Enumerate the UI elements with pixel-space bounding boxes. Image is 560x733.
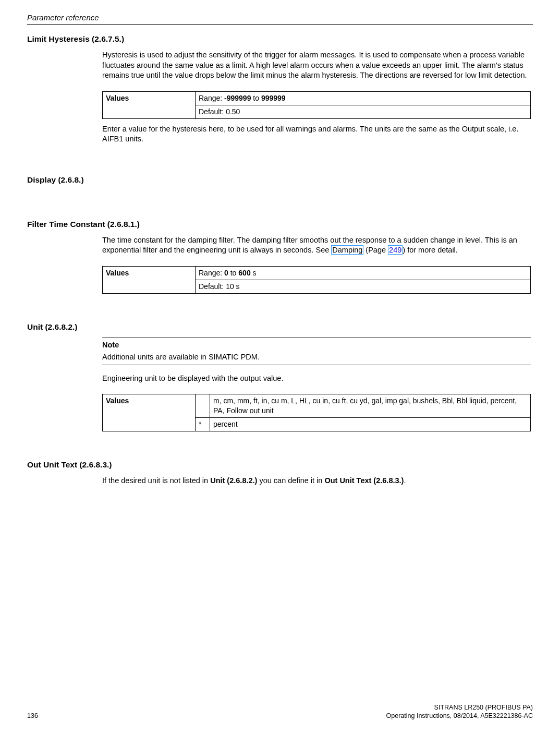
heading-unit: Unit (2.6.8.2.)	[27, 322, 533, 333]
footer-product: SITRANS LR250 (PROFIBUS PA)	[27, 703, 533, 712]
page-footer: SITRANS LR250 (PROFIBUS PA) 136 Operatin…	[27, 703, 533, 720]
cell-range: Range: -999999 to 999999	[196, 91, 531, 105]
cell-label: Values	[103, 394, 196, 431]
para-filter-desc: The time constant for the damping filter…	[102, 235, 531, 256]
note-rule-top	[102, 338, 531, 338]
note-rule-bottom	[102, 365, 531, 365]
heading-limit-hysteresis: Limit Hysteresis (2.6.7.5.)	[27, 34, 533, 45]
table-hysteresis-values: Values Range: -999999 to 999999 Default:…	[102, 91, 531, 119]
cell-blank	[196, 394, 210, 418]
table-filter-values: Values Range: 0 to 600 s Default: 10 s	[102, 266, 531, 294]
running-header: Parameter reference	[27, 13, 533, 23]
note-label: Note	[102, 340, 531, 351]
heading-filter-time-constant: Filter Time Constant (2.6.8.1.)	[27, 219, 533, 230]
cell-range: Range: 0 to 600 s	[196, 266, 531, 280]
para-hysteresis-desc: Hysteresis is used to adjust the sensiti…	[102, 50, 531, 81]
para-unit-desc: Engineering unit to be displayed with th…	[102, 374, 531, 384]
cell-default-unit: percent	[210, 417, 531, 431]
heading-display: Display (2.6.8.)	[27, 175, 533, 186]
cell-default: Default: 10 s	[196, 280, 531, 293]
link-page-249[interactable]: 249	[388, 245, 403, 255]
footer-doc-id: Operating Instructions, 08/2014, A5E3222…	[386, 712, 533, 720]
cell-label: Values	[103, 266, 196, 293]
cell-units-list: m, cm, mm, ft, in, cu m, L, HL, cu in, c…	[210, 394, 531, 418]
para-out-unit-desc: If the desired unit is not listed in Uni…	[102, 476, 531, 486]
cell-label: Values	[103, 91, 196, 118]
link-damping[interactable]: Damping	[331, 245, 363, 255]
header-rule	[27, 24, 533, 25]
table-unit-values: Values m, cm, mm, ft, in, cu m, L, HL, c…	[102, 394, 531, 431]
heading-out-unit-text: Out Unit Text (2.6.8.3.)	[27, 460, 533, 471]
footer-page-number: 136	[27, 712, 38, 720]
cell-default: Default: 0.50	[196, 105, 531, 118]
cell-default-mark: *	[196, 417, 210, 431]
note-body: Additional units are available in SIMATI…	[102, 352, 531, 363]
para-hysteresis-note: Enter a value for the hysteresis here, t…	[102, 124, 531, 145]
